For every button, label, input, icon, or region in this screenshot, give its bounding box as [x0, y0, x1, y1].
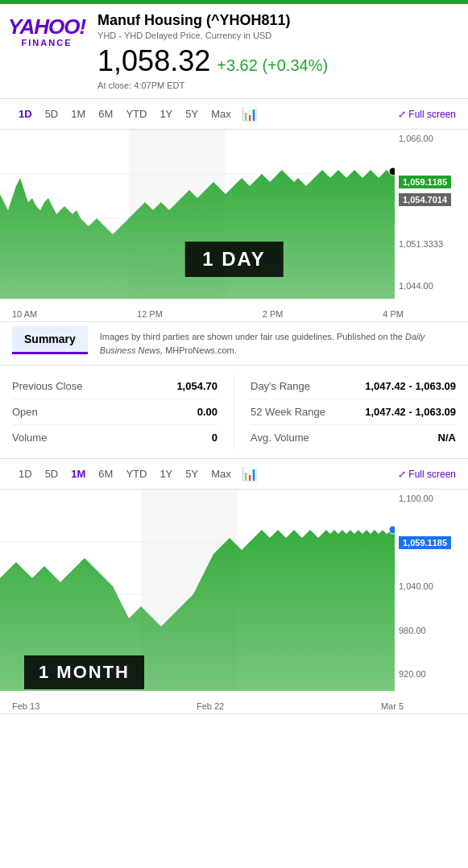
- days-range-value: 1,047.42 - 1,063.09: [365, 380, 456, 392]
- chart1-btn-1d[interactable]: 1D: [12, 105, 39, 122]
- chart2-btn-1y[interactable]: 1Y: [153, 465, 179, 482]
- chart1-price-gray: 1,054.7014: [399, 193, 451, 206]
- chart2-y-3: 980.00: [399, 626, 455, 635]
- chart1-y-axis: 1,066.00 1,059.1185 1,054.7014 1,051.333…: [395, 130, 455, 307]
- chart-type-icon[interactable]: 📊: [242, 106, 258, 122]
- chart1-btn-5d[interactable]: 5D: [39, 105, 65, 122]
- open-label: Open: [12, 406, 38, 418]
- price-change: +3.62 (+0.34%): [217, 56, 328, 75]
- stock-info: Manuf Housing (^YHOH811) YHD - YHD Delay…: [97, 12, 456, 90]
- svg-point-6: [389, 167, 395, 176]
- stock-subtitle: YHD - YHD Delayed Price. Currency in USD: [97, 31, 456, 40]
- summary-tab[interactable]: Summary: [12, 326, 88, 354]
- prev-close-value: 1,054.70: [176, 380, 217, 392]
- stat-avg-volume: Avg. Volume N/A: [251, 425, 456, 450]
- chart1-btn-ytd[interactable]: YTD: [119, 105, 153, 122]
- yahoo-logo: YAHOO! FINANCE: [8, 16, 85, 48]
- chart1-btn-5y[interactable]: 5Y: [179, 105, 205, 122]
- stat-volume: Volume 0: [12, 425, 217, 450]
- avg-volume-value: N/A: [438, 432, 456, 444]
- chart1-x-2: 12 PM: [137, 309, 163, 319]
- fullscreen-label-2: Full screen: [408, 469, 456, 480]
- volume-value: 0: [212, 432, 217, 444]
- chart1-x-4: 4 PM: [383, 309, 404, 319]
- chart2-x-2: Feb 22: [197, 701, 224, 711]
- open-value: 0.00: [197, 406, 217, 418]
- week-range-value: 1,047.42 - 1,063.09: [365, 406, 456, 418]
- price-row: 1,058.32 +3.62 (+0.34%): [97, 44, 456, 78]
- chart1-btn-6m[interactable]: 6M: [92, 105, 119, 122]
- stats-right-col: Day's Range 1,047.42 - 1,063.09 52 Week …: [234, 374, 456, 450]
- chart2-svg: [0, 490, 395, 699]
- chart2-container: 1,100.00 1,059.1185 1,040.00 980.00 920.…: [0, 490, 468, 714]
- chart1-container: 1,066.00 1,059.1185 1,054.7014 1,051.333…: [0, 130, 468, 322]
- chart2-price-blue: 1,059.1185: [399, 536, 451, 549]
- chart1-x-3: 2 PM: [263, 309, 284, 319]
- chart2-x-1: Feb 13: [12, 701, 39, 711]
- tabs-section: Summary Images by third parties are show…: [0, 322, 468, 366]
- chart2-btn-max[interactable]: Max: [205, 465, 238, 482]
- chart2-y-2: 1,040.00: [399, 581, 455, 591]
- stats-left-col: Previous Close 1,054.70 Open 0.00 Volume…: [12, 374, 234, 450]
- chart1-btn-1y[interactable]: 1Y: [153, 105, 179, 122]
- chart1-y-bottom: 1,044.00: [399, 281, 455, 291]
- fullscreen-btn-2[interactable]: ⤢ Full screen: [398, 469, 456, 480]
- chart2-y-top: 1,100.00: [399, 494, 455, 503]
- chart1-btn-1m[interactable]: 1M: [64, 105, 92, 122]
- avg-volume-label: Avg. Volume: [251, 432, 309, 444]
- fair-use-main: Images by third parties are shown under …: [100, 332, 405, 341]
- chart1-svg: [0, 130, 395, 307]
- chart1-y-label-top: 1,066.00: [399, 134, 455, 143]
- chart1-x-1: 10 AM: [12, 309, 37, 319]
- svg-point-13: [389, 526, 395, 534]
- chart2-btn-ytd[interactable]: YTD: [119, 465, 153, 482]
- stat-open: Open 0.00: [12, 399, 217, 425]
- chart1-btn-max[interactable]: Max: [205, 105, 238, 122]
- finance-text: FINANCE: [22, 38, 72, 48]
- stat-prev-close: Previous Close 1,054.70: [12, 374, 217, 399]
- chart2-x-3: Mar 5: [381, 701, 404, 711]
- chart2-btn-1m[interactable]: 1M: [64, 465, 92, 482]
- fullscreen-label-1: Full screen: [408, 109, 456, 120]
- stat-days-range: Day's Range 1,047.42 - 1,063.09: [251, 374, 456, 399]
- chart1-controls: 1D 5D 1M 6M YTD 1Y 5Y Max 📊 ⤢ Full scree…: [0, 99, 468, 130]
- chart2-btn-5y[interactable]: 5Y: [179, 465, 205, 482]
- fullscreen-icon-2: ⤢: [398, 469, 406, 480]
- chart1-wrapper: 1,066.00 1,059.1185 1,054.7014 1,051.333…: [0, 130, 468, 307]
- chart2-y-bottom: 920.00: [399, 669, 455, 679]
- fullscreen-icon: ⤢: [398, 109, 406, 120]
- chart2-type-icon[interactable]: 📊: [242, 466, 258, 482]
- fair-use-end: MHProNews.com.: [163, 345, 237, 355]
- chart2-btn-6m[interactable]: 6M: [92, 465, 119, 482]
- chart1-price-green: 1,059.1185: [399, 176, 451, 188]
- chart1-x-axis: 10 AM 12 PM 2 PM 4 PM: [0, 307, 468, 321]
- days-range-label: Day's Range: [251, 380, 310, 392]
- fullscreen-btn-1[interactable]: ⤢ Full screen: [398, 109, 456, 120]
- chart2-x-axis: Feb 13 Feb 22 Mar 5: [0, 699, 468, 713]
- chart2-btn-1d[interactable]: 1D: [12, 465, 39, 482]
- volume-label: Volume: [12, 432, 47, 444]
- header-section: YAHOO! FINANCE Manuf Housing (^YHOH811) …: [0, 4, 468, 99]
- week-range-label: 52 Week Range: [251, 406, 325, 418]
- chart2-y-axis: 1,100.00 1,059.1185 1,040.00 980.00 920.…: [395, 490, 455, 699]
- close-time: At close: 4:07PM EDT: [97, 81, 456, 90]
- prev-close-label: Previous Close: [12, 380, 82, 392]
- chart2-btn-5d[interactable]: 5D: [39, 465, 65, 482]
- chart1-y-mid: 1,051.3333: [399, 239, 455, 249]
- stats-section: Previous Close 1,054.70 Open 0.00 Volume…: [0, 366, 468, 459]
- main-price: 1,058.32: [97, 44, 210, 78]
- fair-use-text: Images by third parties are shown under …: [100, 326, 456, 361]
- yahoo-text: YAHOO!: [8, 16, 85, 37]
- chart2-wrapper: 1,100.00 1,059.1185 1,040.00 980.00 920.…: [0, 490, 468, 699]
- stats-columns: Previous Close 1,054.70 Open 0.00 Volume…: [12, 374, 456, 450]
- chart2-controls: 1D 5D 1M 6M YTD 1Y 5Y Max 📊 ⤢ Full scree…: [0, 459, 468, 490]
- stock-name: Manuf Housing (^YHOH811): [97, 12, 456, 29]
- stat-week-range: 52 Week Range 1,047.42 - 1,063.09: [251, 399, 456, 425]
